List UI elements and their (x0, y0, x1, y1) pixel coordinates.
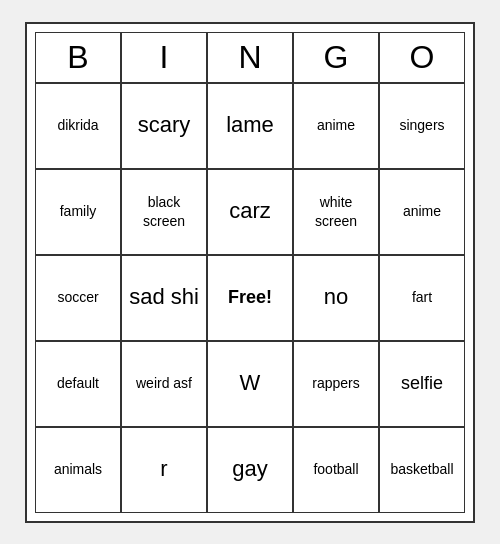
bingo-cell[interactable]: weird asf (121, 341, 207, 427)
bingo-cell[interactable]: anime (379, 169, 465, 255)
header-letter: N (207, 32, 293, 83)
bingo-cell[interactable]: basketball (379, 427, 465, 513)
bingo-cell[interactable]: dikrida (35, 83, 121, 169)
bingo-cell[interactable]: singers (379, 83, 465, 169)
bingo-cell[interactable]: lame (207, 83, 293, 169)
bingo-cell[interactable]: gay (207, 427, 293, 513)
header-letter: G (293, 32, 379, 83)
bingo-cell[interactable]: Free! (207, 255, 293, 341)
bingo-cell[interactable]: football (293, 427, 379, 513)
bingo-cell[interactable]: black screen (121, 169, 207, 255)
bingo-cell[interactable]: anime (293, 83, 379, 169)
bingo-cell[interactable]: W (207, 341, 293, 427)
bingo-header: BINGO (35, 32, 465, 83)
bingo-grid: dikridascarylameanimesingersfamilyblack … (35, 83, 465, 513)
bingo-cell[interactable]: rappers (293, 341, 379, 427)
bingo-cell[interactable]: scary (121, 83, 207, 169)
bingo-cell[interactable]: no (293, 255, 379, 341)
bingo-cell[interactable]: default (35, 341, 121, 427)
bingo-cell[interactable]: fart (379, 255, 465, 341)
bingo-cell[interactable]: animals (35, 427, 121, 513)
bingo-card: BINGO dikridascarylameanimesingersfamily… (25, 22, 475, 523)
bingo-cell[interactable]: family (35, 169, 121, 255)
header-letter: O (379, 32, 465, 83)
bingo-cell[interactable]: carz (207, 169, 293, 255)
bingo-cell[interactable]: white screen (293, 169, 379, 255)
header-letter: B (35, 32, 121, 83)
header-letter: I (121, 32, 207, 83)
bingo-cell[interactable]: sad shi (121, 255, 207, 341)
bingo-cell[interactable]: selfie (379, 341, 465, 427)
bingo-cell[interactable]: r (121, 427, 207, 513)
bingo-cell[interactable]: soccer (35, 255, 121, 341)
